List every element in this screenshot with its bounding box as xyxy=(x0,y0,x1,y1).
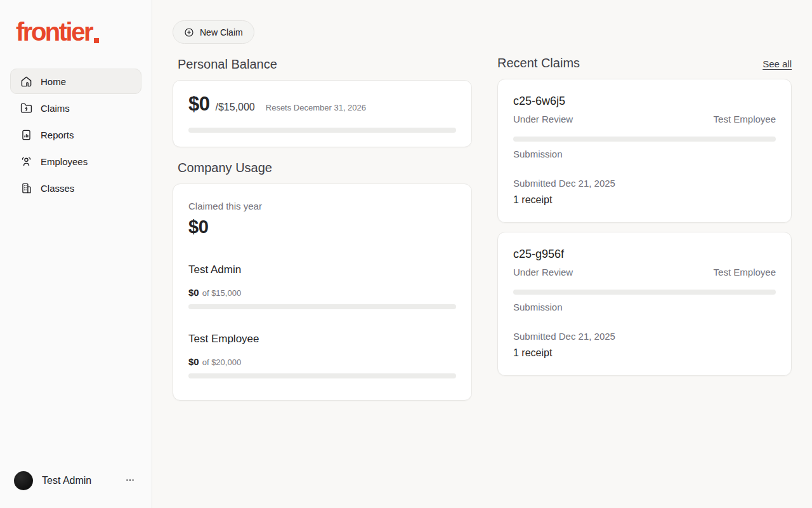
personal-balance-card: $0 /$15,000 Resets December 31, 2026 xyxy=(173,80,472,147)
claim-id: c25-g956f xyxy=(513,248,776,261)
member-limit: of $15,000 xyxy=(202,288,241,298)
sidebar-nav: Home Claims Reports Employees xyxy=(0,69,152,201)
personal-balance-amount-row: $0 /$15,000 Resets December 31, 2026 xyxy=(188,93,456,116)
personal-balance-amount: $0 xyxy=(188,93,209,116)
sidebar-item-reports[interactable]: Reports xyxy=(10,122,141,147)
claim-meta-row: Under Review Test Employee xyxy=(513,267,776,277)
claim-progress xyxy=(513,290,776,295)
member-usage: $0 of $15,000 xyxy=(188,287,456,298)
recent-claims-header: Recent Claims See all xyxy=(497,56,792,70)
ellipsis-icon xyxy=(125,475,135,485)
member-used-amount: $0 xyxy=(188,287,199,298)
member-progress xyxy=(188,304,456,309)
employees-icon xyxy=(20,156,32,168)
claim-submitted-date: Submitted Dec 21, 2025 xyxy=(513,331,776,342)
personal-balance-resets: Resets December 31, 2026 xyxy=(266,103,366,112)
claimed-this-year-label: Claimed this year xyxy=(188,201,456,211)
classes-icon xyxy=(20,182,32,194)
sidebar: frontier Home Claims Reports xyxy=(0,0,152,508)
reports-icon xyxy=(20,129,32,141)
claim-meta-row: Under Review Test Employee xyxy=(513,114,776,124)
member-name: Test Admin xyxy=(188,264,456,276)
claim-progress xyxy=(513,137,776,142)
company-usage-heading: Company Usage xyxy=(178,161,472,175)
member-progress xyxy=(188,373,456,378)
avatar[interactable] xyxy=(14,471,33,490)
user-row: Test Admin xyxy=(0,461,152,508)
user-name: Test Admin xyxy=(42,475,122,486)
user-menu-button[interactable] xyxy=(122,472,138,490)
sidebar-item-label: Home xyxy=(41,76,66,87)
claim-employee: Test Employee xyxy=(714,267,776,277)
plus-circle-icon xyxy=(184,27,194,37)
claim-receipt-count: 1 receipt xyxy=(513,194,776,206)
claim-status: Under Review xyxy=(513,267,573,277)
logo-dot-icon xyxy=(94,38,99,43)
claim-card[interactable]: c25-6w6j5 Under Review Test Employee Sub… xyxy=(497,79,792,223)
claimed-this-year-amount: $0 xyxy=(188,217,456,237)
member-name: Test Employee xyxy=(188,333,456,345)
sidebar-item-label: Employees xyxy=(41,156,88,167)
home-icon xyxy=(20,76,32,88)
sidebar-item-label: Claims xyxy=(41,103,70,114)
member-limit: of $20,000 xyxy=(202,358,241,367)
claims-icon xyxy=(20,102,32,114)
sidebar-item-label: Reports xyxy=(41,130,74,140)
see-all-link[interactable]: See all xyxy=(763,58,792,69)
claim-receipt-count: 1 receipt xyxy=(513,347,776,359)
right-column: Recent Claims See all c25-6w6j5 Under Re… xyxy=(497,56,792,508)
claim-submitted-date: Submitted Dec 21, 2025 xyxy=(513,178,776,189)
main-content: New Claim Personal Balance $0 /$15,000 R… xyxy=(152,0,812,508)
sidebar-item-claims[interactable]: Claims xyxy=(10,95,141,121)
claim-card[interactable]: c25-g956f Under Review Test Employee Sub… xyxy=(497,232,792,376)
claim-status: Under Review xyxy=(513,114,573,124)
usage-row-test-admin: Test Admin $0 of $15,000 xyxy=(188,264,456,309)
sidebar-item-home[interactable]: Home xyxy=(10,69,141,94)
recent-claims-heading: Recent Claims xyxy=(497,56,580,70)
personal-balance-heading: Personal Balance xyxy=(178,57,472,72)
personal-balance-progress xyxy=(188,128,456,133)
company-usage-card: Claimed this year $0 Test Admin $0 of $1… xyxy=(173,184,472,401)
claim-id: c25-6w6j5 xyxy=(513,95,776,108)
member-usage: $0 of $20,000 xyxy=(188,356,456,367)
claim-employee: Test Employee xyxy=(714,114,776,124)
member-used-amount: $0 xyxy=(188,356,199,367)
left-column: New Claim Personal Balance $0 /$15,000 R… xyxy=(173,20,472,508)
usage-row-test-employee: Test Employee $0 of $20,000 xyxy=(188,333,456,378)
claim-stage: Submission xyxy=(513,149,776,159)
frontier-logo: frontier xyxy=(0,0,152,69)
personal-balance-limit: /$15,000 xyxy=(215,102,254,113)
sidebar-item-classes[interactable]: Classes xyxy=(10,175,141,201)
sidebar-item-label: Classes xyxy=(41,183,74,194)
logo-wordmark: frontier xyxy=(16,19,92,44)
claim-stage: Submission xyxy=(513,302,776,312)
new-claim-label: New Claim xyxy=(200,27,243,37)
sidebar-item-employees[interactable]: Employees xyxy=(10,149,141,174)
new-claim-button[interactable]: New Claim xyxy=(173,20,254,44)
